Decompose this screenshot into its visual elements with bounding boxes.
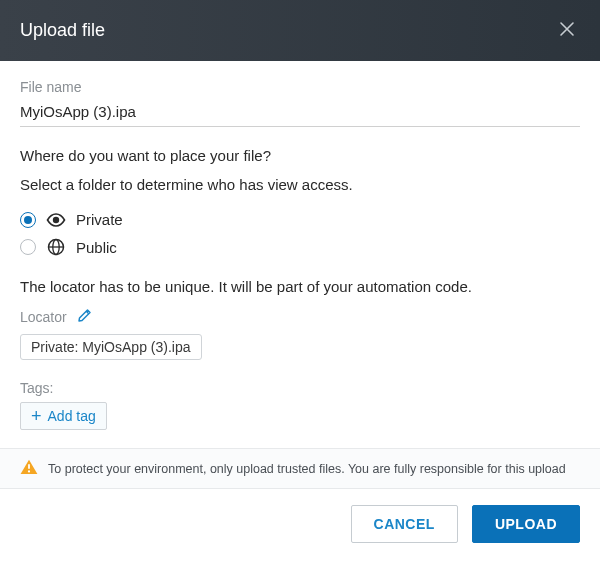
warning-text: To protect your environment, only upload…: [48, 462, 566, 476]
upload-button[interactable]: UPLOAD: [472, 505, 580, 543]
add-tag-button[interactable]: + Add tag: [20, 402, 107, 430]
plus-icon: +: [31, 409, 42, 423]
folder-radio-group: Private Public: [20, 211, 580, 256]
dialog-footer: CANCEL UPLOAD: [0, 489, 600, 559]
close-button[interactable]: [554, 16, 580, 45]
locator-header: Locator: [20, 305, 580, 328]
locator-value: Private: MyiOsApp (3).ipa: [20, 334, 202, 360]
tags-label: Tags:: [20, 380, 580, 396]
placement-instruction: Select a folder to determine who has vie…: [20, 176, 580, 193]
locator-note: The locator has to be unique. It will be…: [20, 278, 580, 295]
cancel-button[interactable]: CANCEL: [351, 505, 458, 543]
placement-question: Where do you want to place your file?: [20, 147, 580, 164]
eye-icon: [46, 213, 66, 227]
svg-rect-5: [28, 464, 30, 469]
dialog-title: Upload file: [20, 20, 105, 41]
close-icon: [558, 20, 576, 41]
warning-icon: [20, 459, 38, 478]
radio-input-public[interactable]: [20, 239, 36, 255]
pencil-icon: [77, 307, 93, 326]
file-name-input[interactable]: [20, 99, 580, 127]
svg-point-6: [28, 470, 30, 472]
svg-point-0: [53, 216, 59, 222]
radio-private[interactable]: Private: [20, 211, 580, 228]
warning-bar: To protect your environment, only upload…: [0, 448, 600, 489]
radio-private-label: Private: [76, 211, 123, 228]
add-tag-label: Add tag: [48, 408, 96, 424]
dialog-header: Upload file: [0, 0, 600, 61]
dialog-body: File name Where do you want to place you…: [0, 61, 600, 448]
locator-label: Locator: [20, 309, 67, 325]
globe-icon: [46, 238, 66, 256]
radio-public-label: Public: [76, 239, 117, 256]
file-name-label: File name: [20, 79, 580, 95]
radio-public[interactable]: Public: [20, 238, 580, 256]
edit-locator-button[interactable]: [75, 305, 95, 328]
radio-input-private[interactable]: [20, 212, 36, 228]
